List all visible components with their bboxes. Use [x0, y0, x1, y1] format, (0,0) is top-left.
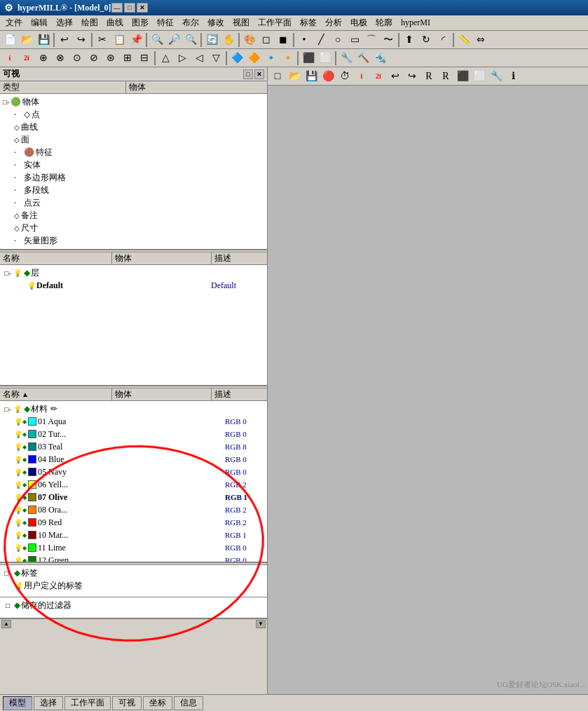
visible-tree-row[interactable]: ·多边形网格	[0, 171, 267, 184]
visible-close-btn[interactable]: ✕	[254, 69, 264, 79]
layers-root-row[interactable]: □- 💡 ◆ 层	[0, 266, 267, 279]
tb2-t5[interactable]: ⊛	[103, 50, 118, 66]
tb2-i1[interactable]: i	[2, 50, 18, 66]
tb-rect[interactable]: ▭	[347, 32, 362, 48]
visible-tree-row[interactable]: ◇曲线	[0, 121, 267, 133]
filters-row[interactable]: □ ◆ 储存的过滤器	[0, 599, 267, 611]
tags-tree[interactable]: □- ◆ 标签 💡 用户定义的标签	[0, 565, 267, 597]
menu-shape[interactable]: 图形	[128, 15, 153, 30]
tb2-t4[interactable]: ⊘	[86, 50, 102, 66]
vp-tb4[interactable]: 🔴	[320, 69, 336, 84]
close-button[interactable]: ✕	[137, 3, 148, 13]
menu-feature[interactable]: 特征	[153, 15, 178, 30]
material-row[interactable]: 💡 ◆ 10 Mar... RGB 1	[0, 529, 267, 541]
material-row[interactable]: 💡 ◆ 07 Olive RGB 1	[0, 491, 267, 503]
status-select[interactable]: 选择	[34, 696, 63, 710]
tb2-t13[interactable]: 🔶	[246, 50, 261, 66]
tb-paste[interactable]: 📌	[128, 32, 144, 48]
scroll-up-btn[interactable]: ▲	[1, 620, 11, 628]
vp-tb9[interactable]: ↪	[404, 69, 420, 84]
tb-undo[interactable]: ↩	[57, 32, 72, 48]
material-row[interactable]: 💡 ◆ 05 Navy RGB 0	[0, 466, 267, 478]
tags-root-row[interactable]: □- ◆ 标签	[0, 567, 267, 579]
menu-modify[interactable]: 修改	[203, 15, 228, 30]
vp-tb3[interactable]: 💾	[303, 69, 319, 84]
visible-tree-row[interactable]: ◇备注	[0, 209, 267, 222]
left-panel-scrollbar[interactable]: ▲ ▼	[0, 618, 267, 628]
menu-electrode[interactable]: 电极	[346, 15, 371, 30]
tb2-i2[interactable]: 2i	[19, 50, 34, 66]
tb-extrude[interactable]: ⬆	[402, 32, 417, 48]
tb-spline[interactable]: 〜	[381, 32, 396, 48]
material-row[interactable]: 💡 ◆ 11 Lime RGB 0	[0, 541, 267, 554]
tb-pan[interactable]: ✋	[221, 32, 236, 48]
vp-tb6[interactable]: i	[354, 69, 369, 84]
tb-arc[interactable]: ⌒	[364, 32, 379, 48]
menu-draw[interactable]: 绘图	[77, 15, 102, 30]
filters-tree[interactable]: □ ◆ 储存的过滤器	[0, 597, 267, 618]
menu-analysis[interactable]: 分析	[321, 15, 346, 30]
visible-tree-row[interactable]: ·🟤特征	[0, 146, 267, 158]
status-workplane[interactable]: 工作平面	[64, 696, 111, 710]
materials-tree[interactable]: □- 💡 ◆ 材料 ✏ 💡 ◆ 01 Aqua RGB 0 💡 ◆ 02 Tur…	[0, 401, 267, 562]
menu-file[interactable]: 文件	[1, 15, 27, 30]
tb-render[interactable]: 🎨	[242, 32, 257, 48]
vp-tb14[interactable]: 🔧	[488, 69, 504, 84]
tb2-t16[interactable]: ⬛	[301, 50, 316, 66]
tb2-t14[interactable]: 🔹	[263, 50, 278, 66]
scroll-track[interactable]	[11, 620, 256, 628]
visible-tree-row[interactable]: ◇尺寸	[0, 222, 267, 234]
tb-wireframe[interactable]: ◻	[259, 32, 274, 48]
maximize-button[interactable]: □	[124, 3, 135, 13]
status-coord[interactable]: 坐标	[143, 696, 172, 710]
materials-root-row[interactable]: □- 💡 ◆ 材料 ✏	[0, 402, 267, 415]
visible-tree-row[interactable]: ·点云	[0, 196, 267, 209]
material-row[interactable]: 💡 ◆ 03 Teal RGB 8	[0, 440, 267, 453]
menu-hypermi[interactable]: hyperMI	[397, 16, 435, 29]
tb-dimension[interactable]: ⇔	[473, 32, 488, 48]
material-row[interactable]: 💡 ◆ 08 Ora... RGB 2	[0, 503, 267, 516]
tb-revolve[interactable]: ↻	[418, 32, 434, 48]
visible-tree-row[interactable]: ·矢量图形	[0, 234, 267, 247]
menu-tag[interactable]: 标签	[296, 15, 321, 30]
tb-fillet[interactable]: ◜	[435, 32, 451, 48]
materials-edit-icon[interactable]: ✏	[50, 404, 57, 414]
tb-zoom-fit[interactable]: 🔍	[149, 32, 165, 48]
tb-new[interactable]: 📄	[2, 32, 18, 48]
tb-open[interactable]: 📂	[19, 32, 34, 48]
vp-tb13[interactable]: ⬜	[472, 69, 487, 84]
visible-restore-btn[interactable]: □	[243, 69, 253, 79]
menu-curve[interactable]: 曲线	[102, 15, 128, 30]
tb2-t12[interactable]: 🔷	[229, 50, 245, 66]
menu-select[interactable]: 选择	[52, 15, 77, 30]
tags-user-row[interactable]: 💡 用户定义的标签	[0, 579, 267, 592]
menu-bool[interactable]: 布尔	[178, 15, 203, 30]
tb-redo[interactable]: ↪	[74, 32, 89, 48]
tb2-t11[interactable]: ▽	[208, 50, 224, 66]
scroll-down-btn[interactable]: ▼	[256, 620, 266, 628]
vp-tb10[interactable]: R	[421, 69, 437, 84]
tb-cut[interactable]: ✂	[95, 32, 110, 48]
tb2-t10[interactable]: ◁	[191, 50, 207, 66]
tb2-t6[interactable]: ⊞	[120, 50, 135, 66]
vp-tb1[interactable]: □	[270, 69, 285, 84]
vp-tb15[interactable]: ℹ	[505, 69, 521, 84]
visible-tree-row[interactable]: ·图像	[0, 247, 267, 249]
visible-tree-row[interactable]: □-🟢物体	[0, 95, 267, 108]
minimize-button[interactable]: —	[111, 3, 123, 13]
tb-circle[interactable]: ○	[330, 32, 346, 48]
material-row[interactable]: 💡 ◆ 01 Aqua RGB 0	[0, 415, 267, 428]
layers-tree[interactable]: □- 💡 ◆ 层 💡 Default Default	[0, 265, 267, 385]
tb2-t3[interactable]: ⊙	[69, 50, 85, 66]
menu-edit[interactable]: 编辑	[27, 15, 52, 30]
tb2-t17[interactable]: ⬜	[317, 50, 333, 66]
menu-workplane[interactable]: 工作平面	[254, 15, 296, 30]
tb2-t20[interactable]: 🔩	[372, 50, 388, 66]
status-model[interactable]: 模型	[3, 696, 32, 710]
visible-tree-row[interactable]: ·◇点	[0, 108, 267, 121]
tb-line[interactable]: ╱	[313, 32, 329, 48]
vp-tb8[interactable]: ↩	[388, 69, 403, 84]
tb-zoom-in[interactable]: 🔎	[166, 32, 182, 48]
tb2-t15[interactable]: 🔸	[280, 50, 295, 66]
tb-zoom-out[interactable]: 🔍	[183, 32, 198, 48]
